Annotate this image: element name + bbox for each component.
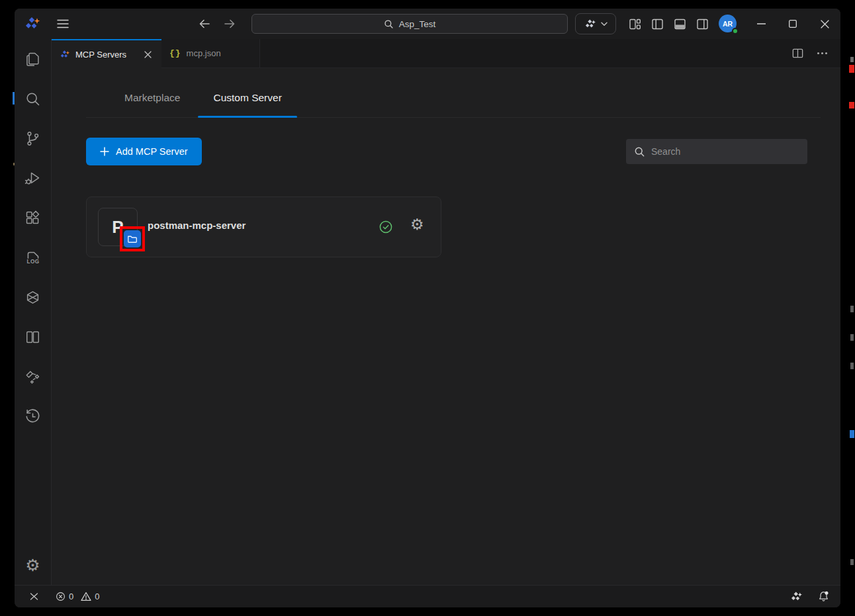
sidebar-item-run-debug[interactable] xyxy=(15,158,51,198)
tab-label: mcp.json xyxy=(187,48,221,58)
svg-text:LOG: LOG xyxy=(26,259,39,265)
app-logo-icon xyxy=(60,50,70,60)
settings-gear-icon: ⚙ xyxy=(25,557,40,574)
split-editor-icon[interactable] xyxy=(791,47,804,60)
search-icon xyxy=(384,19,394,29)
minimize-button[interactable] xyxy=(745,9,777,39)
server-card[interactable]: P postman-mcp-server xyxy=(86,197,441,257)
background-window-sliver xyxy=(850,57,854,62)
chevron-down-icon xyxy=(601,22,608,26)
server-enabled-icon[interactable] xyxy=(378,219,394,235)
add-button-label: Add MCP Server xyxy=(116,146,188,157)
back-icon[interactable] xyxy=(196,15,213,32)
background-window-sliver xyxy=(850,363,854,369)
presence-dot xyxy=(732,28,739,34)
close-button[interactable] xyxy=(809,9,840,39)
remote-indicator-icon[interactable] xyxy=(25,588,42,605)
app-logo-statusbar-icon[interactable] xyxy=(790,591,803,603)
tab-label: Custom Server xyxy=(213,92,281,103)
app-window: Asp_Test xyxy=(15,9,840,607)
command-center-value: Asp_Test xyxy=(399,19,436,29)
menu-icon[interactable] xyxy=(57,19,69,28)
sidebar-item-explorer[interactable] xyxy=(15,39,51,79)
server-name: postman-mcp-server xyxy=(148,220,246,231)
app-actions-dropdown[interactable] xyxy=(575,13,616,34)
mcp-tabs: Marketplace Custom Server xyxy=(86,68,821,118)
tab-mcp-json[interactable]: {} mcp.json xyxy=(161,39,260,67)
files-icon xyxy=(24,50,42,68)
problems-indicator[interactable]: 0 0 xyxy=(56,592,103,601)
background-window-sliver xyxy=(850,306,854,312)
run-debug-icon xyxy=(24,169,42,187)
sidebar-item-history[interactable] xyxy=(15,396,51,436)
error-count: 0 xyxy=(69,592,73,601)
tab-label: Marketplace xyxy=(124,92,180,103)
folder-icon xyxy=(127,234,138,244)
crossed-box-icon xyxy=(24,288,42,306)
toggle-panel-icon[interactable] xyxy=(673,17,687,31)
maximize-button[interactable] xyxy=(777,9,809,39)
notifications-bell-icon[interactable] xyxy=(817,590,830,603)
activity-bar-spacer xyxy=(15,436,51,545)
book-icon xyxy=(24,328,42,346)
toggle-sidebar-right-icon[interactable] xyxy=(696,17,709,31)
mcp-servers-page: Marketplace Custom Server Add MCP Server xyxy=(52,68,840,585)
pen-flow-icon xyxy=(24,368,42,386)
toggle-sidebar-left-icon[interactable] xyxy=(651,17,664,31)
background-window-sliver xyxy=(849,102,854,109)
warning-count: 0 xyxy=(95,592,99,601)
activity-bar: LOG xyxy=(15,39,52,585)
extensions-icon xyxy=(24,209,42,227)
background-window-sliver xyxy=(850,430,854,438)
tab-marketplace[interactable]: Marketplace xyxy=(109,92,195,117)
search-input[interactable] xyxy=(651,146,799,157)
warnings-icon xyxy=(81,592,91,601)
tab-mcp-servers[interactable]: MCP Servers xyxy=(52,39,161,68)
sidebar-item-extensions[interactable] xyxy=(15,198,51,238)
sidebar-item-log[interactable]: LOG xyxy=(15,238,51,277)
tab-close-icon[interactable] xyxy=(142,48,154,60)
command-center-search[interactable]: Asp_Test xyxy=(251,14,568,34)
sidebar-item-book[interactable] xyxy=(15,317,51,357)
errors-icon xyxy=(56,592,66,601)
history-icon xyxy=(24,408,42,425)
title-bar: Asp_Test xyxy=(15,9,840,39)
editor-tab-bar: MCP Servers {} mcp.json xyxy=(52,39,840,68)
server-folder-badge[interactable] xyxy=(124,230,141,247)
customize-layout-icon[interactable] xyxy=(628,17,642,31)
background-window-sliver xyxy=(849,65,854,73)
background-window-sliver xyxy=(850,559,854,565)
server-initial: P xyxy=(112,217,123,238)
plus-icon xyxy=(100,147,109,156)
sidebar-item-crossed-box[interactable] xyxy=(15,277,51,317)
app-logo-icon xyxy=(24,16,41,32)
sidebar-item-search[interactable] xyxy=(15,79,51,118)
desktop: { "titlebar": { "search_value": "Asp_Tes… xyxy=(0,0,855,616)
forward-icon[interactable] xyxy=(221,15,238,32)
status-bar: 0 0 xyxy=(15,585,840,607)
user-avatar[interactable]: AR xyxy=(719,15,737,33)
server-settings-icon[interactable]: ⚙ xyxy=(410,217,424,232)
tab-label: MCP Servers xyxy=(75,50,126,60)
sidebar-item-pen-flow[interactable] xyxy=(15,357,51,396)
tab-custom-server[interactable]: Custom Server xyxy=(198,92,296,117)
background-window-sliver xyxy=(850,334,854,341)
source-control-icon xyxy=(24,130,42,148)
search-icon xyxy=(634,146,645,157)
add-mcp-server-button[interactable]: Add MCP Server xyxy=(86,138,202,165)
server-search xyxy=(626,139,807,164)
sidebar-item-settings[interactable]: ⚙ xyxy=(15,545,51,585)
json-icon: {} xyxy=(169,48,181,58)
more-actions-icon[interactable] xyxy=(817,52,827,54)
app-logo-icon xyxy=(584,19,596,30)
search-icon xyxy=(24,90,42,108)
log-icon: LOG xyxy=(24,248,42,267)
sidebar-item-source-control[interactable] xyxy=(15,118,51,158)
